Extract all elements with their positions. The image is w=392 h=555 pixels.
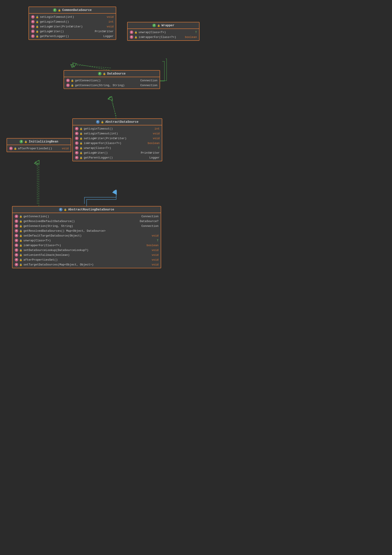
abstractroutingds-to-abstractds bbox=[84, 191, 116, 204]
table-row: m 🔒 unwrap(Class<T>) T bbox=[13, 238, 161, 243]
method-icon: m bbox=[75, 132, 79, 135]
uml-diagram: I 🔒 CommonDataSource m 🔒 setLoginTimeout… bbox=[0, 0, 392, 555]
lock-icon: 🔒 bbox=[101, 121, 104, 124]
method-icon: m bbox=[75, 156, 79, 159]
lock-icon: 🔒 bbox=[19, 229, 22, 232]
lock-icon: 🔒 bbox=[36, 20, 39, 23]
lock-icon: 🔒 bbox=[80, 132, 83, 135]
abstract-datasource-title: AbstractDataSource bbox=[105, 120, 138, 124]
method-icon: m bbox=[130, 30, 133, 34]
method-name: unwrap(Class<T>) bbox=[84, 146, 157, 150]
interface-icon: I bbox=[20, 140, 23, 143]
abstract-routing-datasource-box: C 🔒 AbstractRoutingDataSource m 🔒 getCon… bbox=[12, 206, 161, 268]
table-row: m 🔒 getResolvedDefaultDataSource() DataS… bbox=[13, 219, 161, 224]
method-name: isWrapperFor(Class<?>) bbox=[23, 244, 145, 247]
abstract-routing-datasource-title: AbstractRoutingDataSource bbox=[68, 208, 114, 211]
lock-icon: 🔒 bbox=[36, 25, 39, 28]
method-icon: m bbox=[75, 141, 79, 145]
table-row: m 🔒 setLoginTimeout(int) void bbox=[73, 131, 162, 136]
table-row: m 🔒 setLoginTimeout(int) void bbox=[29, 15, 116, 19]
lock-icon: 🔒 bbox=[19, 258, 22, 261]
method-name: setLoginTimeout(int) bbox=[40, 15, 106, 19]
method-type: void bbox=[107, 15, 114, 19]
method-icon: m bbox=[31, 34, 35, 38]
method-type: void bbox=[153, 137, 160, 140]
method-type: void bbox=[62, 147, 69, 150]
method-icon: m bbox=[15, 239, 18, 242]
method-name: isWrapperFor(Class<?>) bbox=[139, 36, 184, 39]
table-row: m 🔒 isWrapperFor(Class<?>) boolean bbox=[73, 141, 162, 146]
method-type: void bbox=[152, 258, 158, 262]
method-icon: m bbox=[15, 215, 18, 218]
method-name: getParentLogger() bbox=[40, 35, 102, 38]
abstract-datasource-header: C 🔒 AbstractDataSource bbox=[73, 119, 162, 125]
wrapper-body: m 🔒 unwrap(Class<T>) T m 🔒 isWrapperFor(… bbox=[128, 29, 199, 40]
table-row: m 🔒 getLogWriter() PrintWriter bbox=[73, 150, 162, 155]
lock-icon: 🔒 bbox=[19, 263, 22, 266]
method-type: T bbox=[157, 239, 158, 242]
method-name: setLoginTimeout(int) bbox=[84, 132, 152, 135]
lock-icon: 🔒 bbox=[19, 215, 22, 218]
method-icon: m bbox=[9, 147, 13, 150]
table-row: m 🔒 isWrapperFor(Class<?>) boolean bbox=[128, 35, 199, 39]
method-name: getLoginTimeout() bbox=[40, 20, 107, 23]
arrow-ds-to-cds bbox=[74, 64, 112, 71]
class-icon: C bbox=[96, 120, 100, 124]
abstractdatasource-to-datasource bbox=[111, 98, 116, 116]
lock-icon: 🔒 bbox=[58, 9, 61, 12]
method-type: PrintWriter bbox=[141, 151, 160, 154]
method-icon: m bbox=[31, 25, 35, 28]
common-datasource-header: I 🔒 CommonDataSource bbox=[29, 7, 116, 14]
method-type: void bbox=[152, 253, 158, 257]
abstract-routing-datasource-header: C 🔒 AbstractRoutingDataSource bbox=[13, 206, 161, 213]
lock-icon: 🔒 bbox=[19, 225, 22, 227]
method-type: boolean bbox=[147, 244, 158, 247]
lock-icon: 🔒 bbox=[157, 24, 160, 27]
initializing-bean-body: m 🔒 afterPropertiesSet() void bbox=[7, 145, 71, 152]
lock-icon: 🔒 bbox=[134, 36, 137, 39]
initializing-bean-header: I 🔒 InitializingBean bbox=[7, 139, 71, 145]
table-row: m 🔒 getConnection() Connection bbox=[64, 78, 160, 83]
method-type: Logger bbox=[149, 156, 160, 159]
method-type: Connection bbox=[141, 215, 158, 218]
lock-icon: 🔒 bbox=[19, 220, 22, 223]
method-name: setTargetDataSources(Map<Object, Object>… bbox=[23, 263, 151, 266]
method-type: void bbox=[107, 25, 114, 28]
lock-icon: 🔒 bbox=[80, 127, 83, 130]
wrapper-header: I 🔒 Wrapper bbox=[128, 22, 199, 29]
datasource-title: DataSource bbox=[107, 72, 126, 75]
interface-icon: I bbox=[98, 72, 102, 75]
method-name: afterPropertiesSet() bbox=[23, 258, 151, 262]
method-type: void bbox=[152, 248, 158, 252]
lock-icon: 🔒 bbox=[19, 234, 22, 237]
method-type: DataSource? bbox=[140, 220, 158, 223]
common-datasource-box: I 🔒 CommonDataSource m 🔒 setLoginTimeout… bbox=[29, 7, 116, 40]
table-row: m 🔒 getConnection(String, String) Connec… bbox=[13, 224, 161, 228]
method-type: int bbox=[155, 127, 160, 131]
method-name: getConnection(String, String) bbox=[75, 84, 139, 87]
method-name: getLogWriter() bbox=[84, 151, 140, 154]
method-icon: m bbox=[15, 253, 18, 257]
method-icon: m bbox=[130, 35, 133, 39]
method-name: getResolvedDefaultDataSource() bbox=[23, 220, 139, 223]
lock-icon: 🔒 bbox=[134, 31, 137, 34]
method-name: getParentLogger() bbox=[84, 156, 148, 159]
method-icon: m bbox=[75, 151, 79, 154]
lock-icon: 🔒 bbox=[36, 30, 39, 33]
method-type: Connection bbox=[141, 225, 158, 228]
lock-icon: 🔒 bbox=[24, 140, 27, 143]
method-type: void bbox=[152, 234, 158, 237]
arrows-svg bbox=[0, 0, 392, 555]
method-icon: m bbox=[15, 243, 18, 247]
method-name: unwrap(Class<T>) bbox=[139, 31, 194, 34]
method-type: Connection bbox=[140, 79, 157, 82]
lock-icon: 🔒 bbox=[80, 156, 83, 159]
method-type: boolean bbox=[148, 142, 160, 145]
table-row: m 🔒 isWrapperFor(Class<?>) boolean bbox=[13, 243, 161, 248]
table-row: m 🔒 getLoginTimeout() int bbox=[73, 126, 162, 131]
method-icon: m bbox=[31, 20, 35, 23]
table-row: m 🔒 afterPropertiesSet() void bbox=[7, 146, 71, 151]
lock-icon: 🔒 bbox=[80, 137, 83, 140]
method-icon: m bbox=[15, 224, 18, 228]
method-name: unwrap(Class<T>) bbox=[23, 239, 156, 242]
